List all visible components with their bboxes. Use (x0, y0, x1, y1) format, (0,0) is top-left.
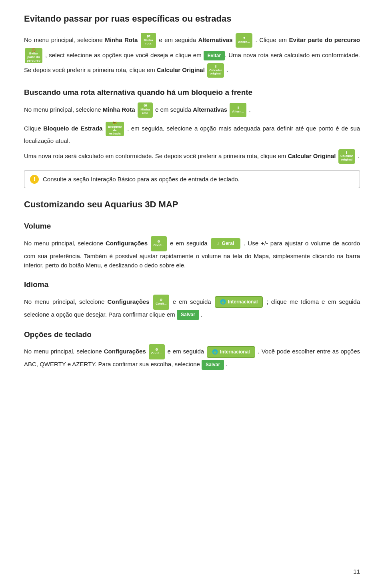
info-icon: ! (30, 175, 39, 184)
altern-icon-1: ⬆ Altern... (236, 33, 252, 48)
calcular-icon-1: ⬆ Calcularoriginal (207, 63, 224, 78)
bold-minha-rota-2: Minha Rota (103, 106, 135, 113)
section-title-teclado: Opções de teclado (24, 329, 360, 340)
paragraph-buscando-1: No menu principal, selecione Minha Rota … (24, 102, 360, 118)
geral-label: Geral (222, 240, 234, 247)
info-box-text: Consulte a seção Interação Básico para a… (43, 175, 240, 184)
intl-icon-2: 🌐 (212, 348, 218, 356)
minha-rota-icon-2: 🗺 Minharota (138, 102, 153, 118)
minha-rota-icon: 🗺 Minharota (141, 33, 156, 48)
intl-label-2: Internacional (220, 348, 250, 356)
salvar-button-2[interactable]: Salvar (202, 360, 224, 370)
section-title-evitando: Evitando passar por ruas específicas ou … (24, 12, 360, 26)
bold-config-3: Configurações (104, 348, 146, 355)
bold-minha-rota: Minha Rota (105, 36, 138, 43)
internacional-button-1[interactable]: 🌐 Internacional (215, 296, 263, 308)
bold-alternativas-1: Alternativas (198, 36, 233, 43)
paragraph-idioma: No menu principal, selecione Configuraçõ… (24, 295, 360, 320)
salvar-button-1[interactable]: Salvar (177, 310, 199, 320)
confi-icon-2: ⚙ Confi... (153, 295, 169, 310)
bloqueio-estrada-icon: 🚧 Bloqueiodeestrada (106, 122, 124, 136)
confi-icon-1: ⚙ Confi... (151, 236, 167, 251)
paragraph-buscando-2: Clique Bloqueio de Estrada 🚧 Bloqueiodee… (24, 122, 360, 145)
geral-button[interactable]: ♪ Geral (211, 238, 241, 249)
bold-config-2: Configurações (107, 298, 149, 305)
internacional-button-2[interactable]: 🌐 Internacional (207, 346, 255, 358)
paragraph-volume: No menu principal, selecione Configuraçõ… (24, 236, 360, 270)
bold-alternativas-2: Alternativas (193, 106, 227, 113)
evitar-parte-icon: 🚫 Evitarparte dopercurso (25, 48, 42, 63)
section-title-volume: Volume (24, 220, 360, 232)
paragraph-teclado: No menu principal, selecione Configuraçõ… (24, 344, 360, 369)
bold-calcular-1: Calcular Original (157, 66, 205, 73)
bold-evitar-parte: Evitar parte do percurso (289, 36, 360, 43)
section-title-customizando: Customizando seu Aquarius 3D MAP (24, 198, 360, 211)
bold-config-1: Configurações (106, 240, 148, 247)
paragraph-evitando: No menu principal, selecione Minha Rota … (24, 33, 360, 78)
bold-calcular-2: Calcular Original (288, 153, 336, 159)
calcular-icon-2: ⬆ Calcularoriginal (338, 149, 355, 164)
intl-label-1: Internacional (228, 298, 258, 306)
altern-icon-2: ⬆ Altern... (230, 103, 246, 117)
paragraph-buscando-3: Uma nova rota será calculado em conformi… (24, 149, 360, 164)
bold-bloqueio: Bloqueio de Estrada (43, 125, 102, 132)
geral-icon: ♪ (217, 240, 220, 247)
intl-icon-1: 🌐 (220, 298, 226, 306)
info-box: ! Consulte a seção Interação Básico para… (24, 170, 360, 188)
section-title-idioma: Idioma (24, 279, 360, 290)
confi-icon-3: ⚙ Confi... (149, 344, 165, 359)
section-title-buscando: Buscando uma rota alternativa quando há … (24, 86, 360, 98)
evitar-button[interactable]: Evitar (204, 51, 225, 61)
